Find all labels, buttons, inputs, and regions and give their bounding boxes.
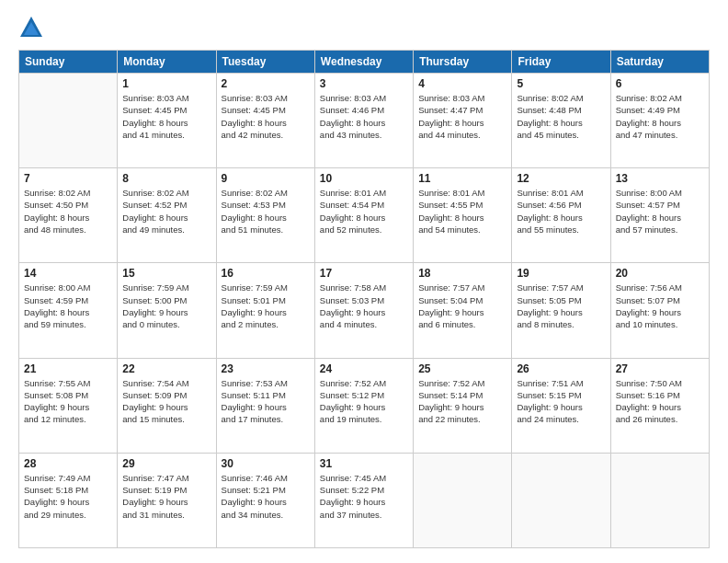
day-number: 2: [222, 77, 310, 90]
day-number: 27: [616, 362, 704, 375]
day-cell: 16Sunrise: 7:59 AMSunset: 5:01 PMDayligh…: [216, 263, 314, 358]
day-info: Sunrise: 7:51 AMSunset: 5:15 PMDaylight:…: [517, 377, 605, 426]
day-number: 19: [517, 267, 605, 280]
day-number: 12: [517, 172, 605, 185]
day-info: Sunrise: 8:01 AMSunset: 4:54 PMDaylight:…: [320, 187, 408, 236]
day-info: Sunrise: 8:02 AMSunset: 4:53 PMDaylight:…: [222, 187, 310, 236]
day-info: Sunrise: 8:03 AMSunset: 4:47 PMDaylight:…: [418, 92, 506, 141]
day-cell: 19Sunrise: 7:57 AMSunset: 5:05 PMDayligh…: [512, 263, 610, 358]
day-cell: 28Sunrise: 7:49 AMSunset: 5:18 PMDayligh…: [19, 453, 118, 547]
day-number: 23: [222, 362, 310, 375]
day-info: Sunrise: 8:03 AMSunset: 4:45 PMDaylight:…: [222, 92, 310, 141]
day-info: Sunrise: 7:57 AMSunset: 5:04 PMDaylight:…: [418, 282, 506, 330]
day-cell: 30Sunrise: 7:46 AMSunset: 5:21 PMDayligh…: [216, 453, 314, 547]
day-number: 24: [320, 362, 408, 375]
day-cell: 8Sunrise: 8:02 AMSunset: 4:52 PMDaylight…: [118, 168, 216, 263]
day-header-saturday: Saturday: [610, 51, 709, 74]
day-info: Sunrise: 7:53 AMSunset: 5:11 PMDaylight:…: [222, 377, 310, 426]
day-number: 8: [122, 172, 210, 185]
day-number: 1: [122, 77, 210, 90]
day-header-wednesday: Wednesday: [314, 51, 413, 74]
day-info: Sunrise: 7:55 AMSunset: 5:08 PMDaylight:…: [24, 377, 112, 426]
day-cell: 9Sunrise: 8:02 AMSunset: 4:53 PMDaylight…: [216, 168, 314, 263]
day-number: 30: [222, 457, 310, 470]
day-info: Sunrise: 7:52 AMSunset: 5:12 PMDaylight:…: [320, 377, 408, 426]
day-info: Sunrise: 7:59 AMSunset: 5:01 PMDaylight:…: [222, 282, 310, 330]
day-number: 17: [320, 267, 408, 280]
day-number: 4: [418, 77, 506, 90]
day-cell: 26Sunrise: 7:51 AMSunset: 5:15 PMDayligh…: [512, 358, 610, 453]
day-info: Sunrise: 7:52 AMSunset: 5:14 PMDaylight:…: [418, 377, 506, 426]
day-info: Sunrise: 8:01 AMSunset: 4:56 PMDaylight:…: [517, 187, 605, 236]
day-cell: 15Sunrise: 7:59 AMSunset: 5:00 PMDayligh…: [118, 263, 216, 358]
day-header-monday: Monday: [118, 51, 216, 74]
day-number: 14: [24, 267, 112, 280]
day-number: 3: [320, 77, 408, 90]
day-info: Sunrise: 7:49 AMSunset: 5:18 PMDaylight:…: [24, 472, 112, 521]
day-header-tuesday: Tuesday: [216, 51, 314, 74]
week-row-3: 14Sunrise: 8:00 AMSunset: 4:59 PMDayligh…: [19, 263, 710, 358]
calendar: SundayMondayTuesdayWednesdayThursdayFrid…: [18, 50, 710, 548]
day-header-sunday: Sunday: [19, 51, 118, 74]
day-info: Sunrise: 7:59 AMSunset: 5:00 PMDaylight:…: [122, 282, 210, 330]
page: SundayMondayTuesdayWednesdayThursdayFrid…: [0, 0, 728, 563]
day-number: 6: [616, 77, 704, 90]
header: [18, 15, 710, 40]
logo: [18, 15, 48, 40]
day-cell: [610, 453, 709, 547]
day-cell: 10Sunrise: 8:01 AMSunset: 4:54 PMDayligh…: [314, 168, 413, 263]
day-cell: 14Sunrise: 8:00 AMSunset: 4:59 PMDayligh…: [19, 263, 118, 358]
week-row-1: 1Sunrise: 8:03 AMSunset: 4:45 PMDaylight…: [19, 74, 710, 168]
day-number: 26: [517, 362, 605, 375]
day-number: 18: [418, 267, 506, 280]
day-number: 21: [24, 362, 112, 375]
day-cell: 3Sunrise: 8:03 AMSunset: 4:46 PMDaylight…: [314, 74, 413, 168]
day-info: Sunrise: 8:02 AMSunset: 4:49 PMDaylight:…: [616, 92, 704, 141]
day-cell: [414, 453, 512, 547]
day-number: 5: [517, 77, 605, 90]
week-row-2: 7Sunrise: 8:02 AMSunset: 4:50 PMDaylight…: [19, 168, 710, 263]
day-number: 11: [418, 172, 506, 185]
day-number: 31: [320, 457, 408, 470]
day-cell: 17Sunrise: 7:58 AMSunset: 5:03 PMDayligh…: [314, 263, 413, 358]
day-cell: 5Sunrise: 8:02 AMSunset: 4:48 PMDaylight…: [512, 74, 610, 168]
day-info: Sunrise: 8:02 AMSunset: 4:50 PMDaylight:…: [24, 187, 112, 236]
logo-icon: [18, 15, 44, 40]
day-info: Sunrise: 7:47 AMSunset: 5:19 PMDaylight:…: [122, 472, 210, 521]
day-cell: 7Sunrise: 8:02 AMSunset: 4:50 PMDaylight…: [19, 168, 118, 263]
day-info: Sunrise: 8:00 AMSunset: 4:57 PMDaylight:…: [616, 187, 704, 236]
day-cell: 25Sunrise: 7:52 AMSunset: 5:14 PMDayligh…: [414, 358, 512, 453]
day-number: 7: [24, 172, 112, 185]
day-cell: 24Sunrise: 7:52 AMSunset: 5:12 PMDayligh…: [314, 358, 413, 453]
day-cell: 27Sunrise: 7:50 AMSunset: 5:16 PMDayligh…: [610, 358, 709, 453]
day-cell: [19, 74, 118, 168]
day-number: 29: [122, 457, 210, 470]
day-cell: 21Sunrise: 7:55 AMSunset: 5:08 PMDayligh…: [19, 358, 118, 453]
day-number: 13: [616, 172, 704, 185]
day-info: Sunrise: 7:45 AMSunset: 5:22 PMDaylight:…: [320, 472, 408, 521]
day-info: Sunrise: 7:56 AMSunset: 5:07 PMDaylight:…: [616, 282, 704, 330]
day-cell: 11Sunrise: 8:01 AMSunset: 4:55 PMDayligh…: [414, 168, 512, 263]
day-number: 9: [222, 172, 310, 185]
day-info: Sunrise: 7:46 AMSunset: 5:21 PMDaylight:…: [222, 472, 310, 521]
day-cell: 13Sunrise: 8:00 AMSunset: 4:57 PMDayligh…: [610, 168, 709, 263]
day-number: 28: [24, 457, 112, 470]
day-header-friday: Friday: [512, 51, 610, 74]
day-cell: 4Sunrise: 8:03 AMSunset: 4:47 PMDaylight…: [414, 74, 512, 168]
day-cell: 2Sunrise: 8:03 AMSunset: 4:45 PMDaylight…: [216, 74, 314, 168]
day-cell: 31Sunrise: 7:45 AMSunset: 5:22 PMDayligh…: [314, 453, 413, 547]
day-cell: 23Sunrise: 7:53 AMSunset: 5:11 PMDayligh…: [216, 358, 314, 453]
day-info: Sunrise: 8:03 AMSunset: 4:45 PMDaylight:…: [122, 92, 210, 141]
day-number: 16: [222, 267, 310, 280]
day-number: 25: [418, 362, 506, 375]
day-info: Sunrise: 7:54 AMSunset: 5:09 PMDaylight:…: [122, 377, 210, 426]
day-info: Sunrise: 7:58 AMSunset: 5:03 PMDaylight:…: [320, 282, 408, 330]
day-cell: 18Sunrise: 7:57 AMSunset: 5:04 PMDayligh…: [414, 263, 512, 358]
day-info: Sunrise: 8:02 AMSunset: 4:48 PMDaylight:…: [517, 92, 605, 141]
day-cell: 12Sunrise: 8:01 AMSunset: 4:56 PMDayligh…: [512, 168, 610, 263]
week-row-5: 28Sunrise: 7:49 AMSunset: 5:18 PMDayligh…: [19, 453, 710, 547]
day-info: Sunrise: 8:01 AMSunset: 4:55 PMDaylight:…: [418, 187, 506, 236]
day-info: Sunrise: 8:02 AMSunset: 4:52 PMDaylight:…: [122, 187, 210, 236]
day-cell: 6Sunrise: 8:02 AMSunset: 4:49 PMDaylight…: [610, 74, 709, 168]
day-number: 15: [122, 267, 210, 280]
